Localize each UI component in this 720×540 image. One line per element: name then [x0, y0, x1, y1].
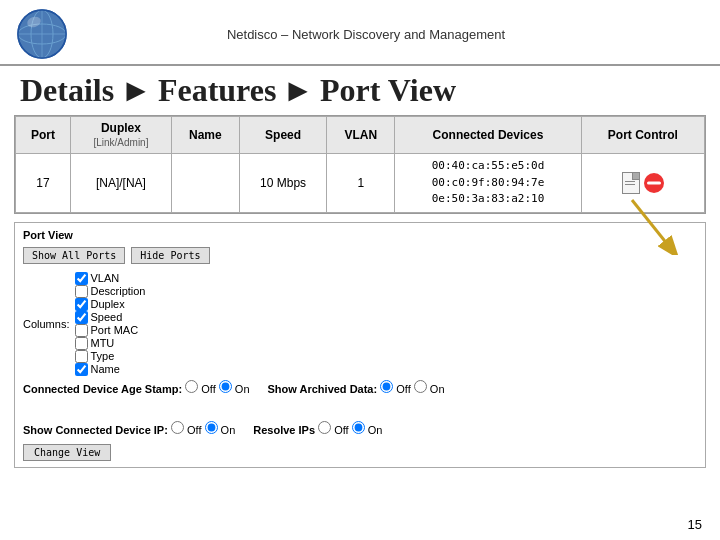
columns-row: Columns: VLAN Description Duplex Speed P… [23, 272, 697, 376]
columns-label: Columns: [23, 318, 69, 330]
cell-connected-devices: 00:40:ca:55:e5:0d 00:c0:9f:80:94:7e 0e:5… [395, 154, 581, 213]
column-checkbox-duplex[interactable]: Duplex [75, 298, 145, 311]
cell-name [171, 154, 239, 213]
column-checkbox-port-mac[interactable]: Port MAC [75, 324, 145, 337]
col-header-vlan: VLAN [327, 117, 395, 154]
cell-speed: 10 Mbps [239, 154, 327, 213]
option-connected-device-ip: Show Connected Device IP: Off On [23, 421, 235, 436]
main-table-wrapper: Port Duplex [Link/Admin] Name Speed VLAN… [14, 115, 706, 214]
column-checkbox-vlan[interactable]: VLAN [75, 272, 145, 285]
port-view-title: Port View [23, 229, 697, 241]
col-header-port: Port [16, 117, 71, 154]
col-header-speed: Speed [239, 117, 327, 154]
no-entry-icon[interactable] [644, 173, 664, 193]
options-row: Connected Device Age Stamp: Off On Show … [23, 380, 697, 436]
cell-port-control[interactable] [581, 154, 704, 213]
column-checkbox-description[interactable]: Description [75, 285, 145, 298]
col-header-name: Name [171, 117, 239, 154]
breadcrumb-arrow-1: ► [120, 72, 152, 109]
option-archived-data: Show Archived Data: Off On [268, 380, 445, 395]
col-header-connected-devices: Connected Devices [395, 117, 581, 154]
col-header-duplex: Duplex [Link/Admin] [70, 117, 171, 154]
hide-ports-button[interactable]: Hide Ports [131, 247, 209, 264]
table-row: 17[NA]/[NA]10 Mbps100:40:ca:55:e5:0d 00:… [16, 154, 705, 213]
col-header-port-control: Port Control [581, 117, 704, 154]
breadcrumb-details[interactable]: Details [20, 72, 114, 109]
option-age-stamp: Connected Device Age Stamp: Off On [23, 380, 250, 395]
cell-vlan: 1 [327, 154, 395, 213]
app-title: Netdisco – Network Discovery and Managem… [80, 27, 704, 42]
main-table: Port Duplex [Link/Admin] Name Speed VLAN… [15, 116, 705, 213]
port-view-buttons: Show All Ports Hide Ports [23, 247, 697, 264]
breadcrumb-portview[interactable]: Port View [320, 72, 456, 109]
change-view-button[interactable]: Change View [23, 444, 111, 461]
breadcrumb-features[interactable]: Features [158, 72, 276, 109]
breadcrumb-arrow-2: ► [282, 72, 314, 109]
cell-port: 17 [16, 154, 71, 213]
show-all-ports-button[interactable]: Show All Ports [23, 247, 125, 264]
page-number: 15 [688, 517, 702, 532]
option-resolve-ips: Resolve IPs Off On [253, 421, 382, 436]
logo [16, 8, 68, 60]
port-view-section: Port View Show All Ports Hide Ports Colu… [14, 222, 706, 468]
breadcrumb: Details ► Features ► Port View [0, 66, 720, 115]
column-checkbox-mtu[interactable]: MTU [75, 337, 145, 350]
doc-icon[interactable] [622, 172, 640, 194]
column-checkbox-name[interactable]: Name [75, 363, 145, 376]
header: Netdisco – Network Discovery and Managem… [0, 0, 720, 66]
column-checkbox-type[interactable]: Type [75, 350, 145, 363]
cell-duplex: [NA]/[NA] [70, 154, 171, 213]
column-checkbox-speed[interactable]: Speed [75, 311, 145, 324]
